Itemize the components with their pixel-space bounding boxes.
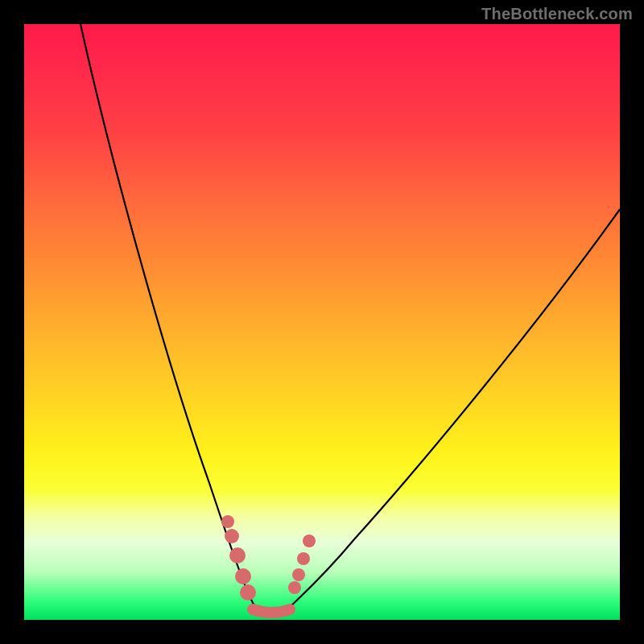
marker-group-left xyxy=(221,515,256,601)
plot-area xyxy=(24,24,620,620)
marker-dot xyxy=(303,535,316,547)
marker-dot xyxy=(235,568,251,584)
curve-layer xyxy=(24,24,620,620)
marker-dot xyxy=(225,529,239,543)
marker-dot xyxy=(288,581,301,594)
curve-bottom-cap xyxy=(253,609,290,613)
marker-dot xyxy=(240,584,256,601)
watermark-text: TheBottleneck.com xyxy=(481,5,633,23)
chart-frame: TheBottleneck.com xyxy=(0,0,644,644)
marker-dot xyxy=(221,515,234,528)
right-curve-path xyxy=(288,209,620,609)
marker-dot xyxy=(297,552,310,565)
marker-dot xyxy=(292,568,305,581)
marker-dot xyxy=(229,547,246,564)
